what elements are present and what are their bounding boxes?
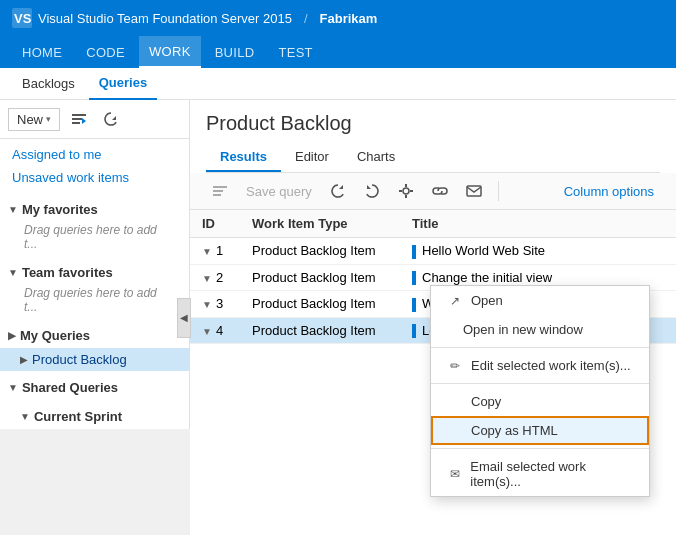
svg-rect-16	[410, 190, 413, 192]
new-button[interactable]: New ▾	[8, 108, 60, 131]
app-logo: VS Visual Studio Team Foundation Server …	[12, 8, 292, 28]
my-queries-section: ▶ My Queries	[0, 319, 189, 348]
context-menu-edit[interactable]: ✏ Edit selected work item(s)...	[431, 351, 649, 380]
work-item-bar	[412, 324, 416, 338]
product-backlog-arrow: ▶	[20, 354, 28, 365]
run-query-icon	[71, 111, 87, 127]
svg-rect-2	[72, 114, 86, 116]
svg-rect-7	[213, 186, 227, 188]
open-icon: ↗	[447, 294, 463, 308]
toolbar-redo-btn[interactable]	[358, 179, 386, 203]
new-button-label: New	[17, 112, 43, 127]
svg-rect-4	[72, 122, 80, 124]
table-row[interactable]: ▼1 Product Backlog Item Hello World Web …	[190, 238, 676, 265]
nav-test[interactable]: TEST	[268, 36, 322, 68]
add-work-item-icon	[212, 183, 228, 199]
my-favorites-label: My favorites	[22, 202, 98, 217]
row-2-arrow: ▼	[202, 273, 212, 284]
work-item-bar	[412, 245, 416, 259]
team-favorites-arrow: ▼	[8, 267, 18, 278]
tab-charts[interactable]: Charts	[343, 143, 409, 172]
nav-home[interactable]: HOME	[12, 36, 72, 68]
toolbar-add-btn[interactable]	[206, 179, 234, 203]
svg-marker-5	[82, 118, 86, 124]
tab-editor[interactable]: Editor	[281, 143, 343, 172]
toolbar-settings-btn[interactable]	[392, 179, 420, 203]
context-menu-open[interactable]: ↗ Open	[431, 286, 649, 315]
row-4-arrow: ▼	[202, 326, 212, 337]
row-1-arrow: ▼	[202, 246, 212, 257]
nav-build[interactable]: BUILD	[205, 36, 265, 68]
my-queries-arrow: ▶	[8, 330, 16, 341]
table-header-row: ID Work Item Type Title	[190, 210, 676, 238]
toolbar-redo-icon	[364, 183, 380, 199]
current-sprint-arrow: ▼	[20, 411, 30, 422]
sidebar-icon-btn-2[interactable]	[98, 106, 124, 132]
svg-point-12	[403, 188, 409, 194]
toolbar-separator	[498, 181, 499, 201]
context-copy-label: Copy	[471, 394, 501, 409]
nav-code[interactable]: CODE	[76, 36, 135, 68]
svg-rect-17	[467, 186, 481, 196]
sub-nav-queries[interactable]: Queries	[89, 68, 157, 100]
toolbar-refresh-icon	[330, 183, 346, 199]
row-4-id: ▼4	[190, 317, 240, 344]
toolbar-email-icon	[466, 183, 482, 199]
toolbar-email-btn[interactable]	[460, 179, 488, 203]
sidebar-wrapper: New ▾	[0, 100, 190, 535]
my-queries-header[interactable]: ▶ My Queries	[8, 325, 181, 346]
app-title: Visual Studio Team Foundation Server 201…	[38, 11, 292, 26]
toolbar-link-icon	[432, 183, 448, 199]
column-options-label: Column options	[564, 184, 654, 199]
svg-marker-6	[112, 116, 116, 120]
current-sprint-header[interactable]: ▼ Current Sprint	[20, 406, 181, 427]
team-favorites-header[interactable]: ▼ Team favorites	[8, 262, 181, 283]
unsaved-work-items-link[interactable]: Unsaved work items	[0, 166, 189, 189]
row-3-arrow: ▼	[202, 299, 212, 310]
top-bar: VS Visual Studio Team Foundation Server …	[0, 0, 676, 36]
svg-rect-14	[405, 195, 407, 198]
tab-results[interactable]: Results	[206, 143, 281, 172]
context-menu-sep-3	[431, 448, 649, 449]
context-menu-email[interactable]: ✉ Email selected work item(s)...	[431, 452, 649, 496]
my-favorites-header[interactable]: ▼ My favorites	[8, 199, 181, 220]
assigned-to-me-link[interactable]: Assigned to me	[0, 143, 189, 166]
svg-marker-10	[339, 185, 343, 189]
team-favorites-hint: Drag queries here to add t...	[8, 283, 181, 317]
shared-queries-header[interactable]: ▼ Shared Queries	[8, 377, 181, 398]
refresh-icon	[103, 111, 119, 127]
sidebar-product-backlog-item[interactable]: ▶ Product Backlog	[0, 348, 189, 371]
svg-rect-13	[405, 184, 407, 187]
edit-icon: ✏	[447, 359, 463, 373]
sidebar-icon-btn-1[interactable]	[66, 106, 92, 132]
nav-work[interactable]: WORK	[139, 36, 201, 68]
toolbar-link-btn[interactable]	[426, 179, 454, 203]
page-title: Product Backlog	[206, 112, 660, 135]
svg-rect-9	[213, 194, 221, 196]
work-item-bar	[412, 298, 416, 312]
context-menu-copy[interactable]: Copy	[431, 387, 649, 416]
vs-logo-icon: VS	[12, 8, 32, 28]
project-name: Fabrikam	[320, 11, 378, 26]
svg-rect-15	[399, 190, 402, 192]
product-backlog-label: Product Backlog	[32, 352, 127, 367]
sub-nav: Backlogs Queries	[0, 68, 676, 100]
sub-nav-backlogs[interactable]: Backlogs	[12, 68, 85, 100]
column-options-btn[interactable]: Column options	[558, 180, 660, 203]
sidebar-collapse-btn[interactable]: ◀	[177, 298, 191, 338]
save-query-btn[interactable]: Save query	[240, 180, 318, 203]
row-2-type: Product Backlog Item	[240, 264, 400, 291]
content-header: Product Backlog Results Editor Charts	[190, 100, 676, 173]
team-favorites-section: ▼ Team favorites Drag queries here to ad…	[0, 256, 189, 319]
team-favorites-label: Team favorites	[22, 265, 113, 280]
row-3-type: Product Backlog Item	[240, 291, 400, 318]
context-open-new-window-label: Open in new window	[463, 322, 583, 337]
context-menu-copy-as-html[interactable]: Copy as HTML	[431, 416, 649, 445]
context-email-label: Email selected work item(s)...	[470, 459, 633, 489]
toolbar-settings-icon	[398, 183, 414, 199]
toolbar-refresh-btn[interactable]	[324, 179, 352, 203]
context-menu-open-new-window[interactable]: Open in new window	[431, 315, 649, 344]
row-1-type: Product Backlog Item	[240, 238, 400, 265]
row-4-type: Product Backlog Item	[240, 317, 400, 344]
col-header-title: Title	[400, 210, 676, 238]
